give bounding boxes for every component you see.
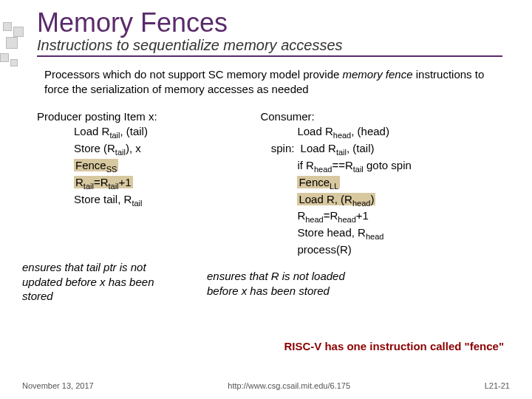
consumer-line-2: spin: Load Rtail, (tail): [260, 141, 502, 158]
footer-url: http://www.csg.csail.mit.edu/6.175: [228, 381, 350, 390]
consumer-line-4: FenceLL: [260, 175, 502, 192]
slide: Memory Fences Instructions to sequential…: [0, 0, 532, 399]
consumer-line-8: process(R): [260, 242, 502, 257]
producer-line-5: Store tail, Rtail: [37, 192, 260, 209]
consumer-header: Consumer:: [260, 109, 502, 124]
consumer-column: Consumer: Load Rhead, (head) spin: Load …: [260, 109, 502, 257]
producer-header: Producer posting Item x:: [37, 109, 260, 124]
producer-line-3: FenceSS: [37, 158, 260, 175]
risc-note: RISC-V has one instruction called "fence…: [284, 340, 504, 352]
slide-footer: November 13, 2017 http://www.csg.csail.m…: [0, 381, 532, 390]
consumer-line-6: Rhead=Rhead+1: [260, 208, 502, 225]
slide-subtitle: Instructions to sequentialize memory acc…: [37, 37, 502, 57]
footer-date: November 13, 2017: [22, 381, 94, 390]
intro-pre: Processors which do not support SC memor…: [44, 68, 343, 81]
consumer-line-1: Load Rhead, (head): [260, 124, 502, 141]
producer-line-4: Rtail=Rtail+1: [37, 175, 260, 192]
footer-page: L21-21: [485, 381, 510, 390]
consumer-line-3: if Rhead==Rtail goto spin: [260, 158, 502, 175]
note-producer: ensures that tail ptr is not updated bef…: [22, 260, 170, 304]
consumer-line-5: Load R, (Rhead): [260, 192, 502, 209]
slide-title: Memory Fences: [37, 7, 502, 38]
note-consumer: ensures that R is not loaded before x ha…: [207, 269, 347, 298]
intro-em: memory fence: [343, 68, 413, 81]
producer-column: Producer posting Item x: Load Rtail, (ta…: [37, 109, 260, 257]
intro-paragraph: Processors which do not support SC memor…: [37, 67, 502, 96]
consumer-line-7: Store head, Rhead: [260, 225, 502, 242]
code-columns: Producer posting Item x: Load Rtail, (ta…: [37, 109, 502, 257]
producer-line-2: Store (Rtail), x: [37, 141, 260, 158]
producer-line-1: Load Rtail, (tail): [37, 124, 260, 141]
